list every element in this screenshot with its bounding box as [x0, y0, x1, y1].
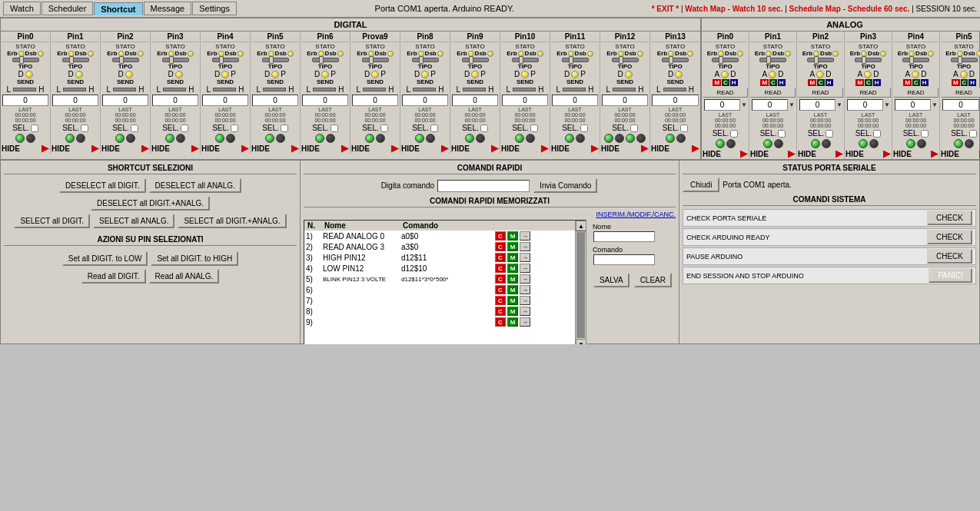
read-btn-a1[interactable]: READ — [750, 88, 796, 98]
sel-checkbox-10[interactable] — [530, 124, 538, 132]
btn-c-3[interactable]: C — [495, 253, 506, 262]
top-nav: Watch Scheduler Shortcut Message Setting… — [0, 0, 980, 18]
btn-arrow-6[interactable]: → — [520, 285, 530, 294]
read-btn-a0[interactable]: READ — [703, 88, 748, 98]
invia-button[interactable]: Invia Comando — [533, 178, 597, 193]
read-digit-btn[interactable]: Read all DIGIT. — [81, 269, 146, 284]
btn-m-5[interactable]: M — [507, 274, 518, 284]
select-analg-btn[interactable]: SELECT all ANALG. — [93, 214, 174, 228]
table-row: 3) HIGH PIN12 d12$11 C M → — [304, 252, 575, 263]
btn-m-7[interactable]: M — [507, 296, 518, 305]
sel-checkbox-6[interactable] — [331, 124, 338, 132]
tab-message[interactable]: Message — [144, 2, 192, 15]
read-btn-a4[interactable]: READ — [893, 88, 938, 98]
btn-m-1[interactable]: M — [507, 231, 518, 241]
sel-checkbox-11[interactable] — [580, 124, 588, 132]
sel-checkbox-13[interactable] — [680, 124, 688, 132]
btn-arrow-9[interactable]: → — [520, 317, 530, 327]
sel-checkbox-a3[interactable] — [873, 130, 881, 138]
check-btn-2[interactable]: CHECK — [927, 230, 972, 244]
shortcut-title: SHORTCUT SELEZIONI — [4, 164, 297, 174]
comando-input[interactable] — [593, 254, 655, 265]
scroll-down-btn[interactable]: ▼ — [576, 339, 586, 344]
schedule-map-link[interactable]: Schedule Map — [789, 5, 841, 13]
btn-m-6[interactable]: M — [507, 285, 518, 294]
schedule-60-link[interactable]: Schedule 60 sec. — [848, 5, 910, 13]
btn-c-5[interactable]: C — [495, 274, 506, 284]
sel-checkbox-4[interactable] — [231, 124, 238, 132]
chiudi-btn[interactable]: Chiudi — [683, 178, 719, 192]
deselect-digit-btn[interactable]: DESELECT all DIGIT. — [59, 178, 146, 193]
sel-checkbox-2[interactable] — [131, 124, 138, 132]
sel-checkbox-5[interactable] — [281, 124, 288, 132]
salva-btn[interactable]: SALVA — [593, 273, 630, 287]
check-btn-3[interactable]: CHECK — [927, 249, 972, 264]
sel-checkbox-a0[interactable] — [730, 130, 738, 138]
watch-10-link[interactable]: Watch 10 sec. — [733, 5, 783, 13]
sel-checkbox-9[interactable] — [480, 124, 488, 132]
nome-input[interactable] — [593, 231, 655, 242]
btn-m-2[interactable]: M — [507, 242, 518, 251]
read-analg-btn[interactable]: Read all ANALG. — [149, 269, 220, 284]
set-low-btn[interactable]: Set all DIGIT. to LOW — [62, 251, 148, 266]
btn-arrow-4[interactable]: → — [520, 264, 530, 273]
btn-arrow-5[interactable]: → — [520, 274, 530, 284]
panic-btn[interactable]: PANIC! — [929, 268, 972, 283]
command-input[interactable] — [437, 180, 530, 192]
scroll-up-btn[interactable]: ▲ — [576, 221, 586, 231]
deselect-both-btn[interactable]: DESELECT all DIGIT.+ANALG. — [91, 196, 210, 211]
read-btn-a3[interactable]: READ — [845, 88, 891, 98]
hide-arrow[interactable] — [42, 145, 49, 153]
tab-shortcut[interactable]: Shortcut — [94, 2, 142, 15]
read-btn-a2[interactable]: READ — [798, 88, 843, 98]
tab-scheduler[interactable]: Scheduler — [42, 2, 94, 15]
sel-checkbox-12[interactable] — [630, 124, 638, 132]
tab-watch[interactable]: Watch — [3, 2, 41, 15]
send-slider[interactable] — [13, 88, 36, 91]
sel-checkbox-a5[interactable] — [969, 130, 977, 138]
send-h: H — [38, 85, 44, 94]
digital-pin-10: Pin10 STATO ErbDsb TIPO DP SEND LH 0 LAS… — [500, 32, 550, 154]
sel-checkbox-a4[interactable] — [921, 130, 929, 138]
btn-c-1[interactable]: C — [495, 231, 506, 241]
sistema-row-4: END SESSION AND STOP ARDUINO PANIC! — [683, 267, 976, 284]
watch-map-link[interactable]: Watch Map — [685, 5, 725, 13]
digital-pins-row: Pin0 STATO Erb Dsb TIPO D SE — [1, 32, 700, 154]
deselect-analg-btn[interactable]: DESELECT all ANALG. — [149, 178, 241, 193]
set-high-btn[interactable]: Set all DIGIT. to HIGH — [151, 251, 238, 266]
btn-m-9[interactable]: M — [507, 317, 518, 327]
btn-arrow-2[interactable]: → — [520, 242, 530, 251]
select-digit-btn[interactable]: SELECT all DIGIT. — [14, 214, 90, 228]
select-both-btn[interactable]: SELECT all DIGIT.+ANALG. — [178, 214, 286, 228]
btn-c-2[interactable]: C — [495, 242, 506, 251]
digital-pin-12: Pin12 STATO ErbDsb TIPO D SEND LH 0 LAST… — [600, 32, 650, 154]
nome-label: Nome — [593, 223, 673, 231]
sel-checkbox-3[interactable] — [181, 124, 188, 132]
read-btn-a5[interactable]: READ — [941, 88, 980, 98]
btn-c-9[interactable]: C — [495, 317, 506, 327]
sel-checkbox[interactable] — [31, 124, 38, 132]
btn-m-4[interactable]: M — [507, 264, 518, 273]
tab-settings[interactable]: Settings — [192, 2, 237, 15]
btn-m-3[interactable]: M — [507, 253, 518, 262]
stato-slider[interactable] — [12, 58, 39, 62]
inserim-link[interactable]: INSERIM./MODIF./CANC. — [596, 211, 676, 218]
btn-arrow-1[interactable]: → — [520, 231, 530, 241]
btn-c-8[interactable]: C — [495, 307, 506, 316]
btn-arrow-7[interactable]: → — [520, 296, 530, 305]
sel-checkbox-1[interactable] — [81, 124, 88, 132]
btn-c-4[interactable]: C — [495, 264, 506, 273]
btn-m-8[interactable]: M — [507, 307, 518, 316]
btn-arrow-8[interactable]: → — [520, 307, 530, 316]
btn-c-7[interactable]: C — [495, 296, 506, 305]
sel-checkbox-a1[interactable] — [778, 130, 786, 138]
exit-link[interactable]: * EXIT * — [652, 5, 679, 13]
sel-label: SEL. — [12, 124, 29, 132]
check-btn-1[interactable]: CHECK — [927, 211, 972, 225]
sel-checkbox-prova9[interactable] — [380, 124, 388, 132]
sel-checkbox-a2[interactable] — [826, 130, 833, 138]
btn-c-6[interactable]: C — [495, 285, 506, 294]
sel-checkbox-8[interactable] — [430, 124, 438, 132]
btn-arrow-3[interactable]: → — [520, 253, 530, 262]
clear-btn[interactable]: CLEAR — [634, 273, 672, 287]
